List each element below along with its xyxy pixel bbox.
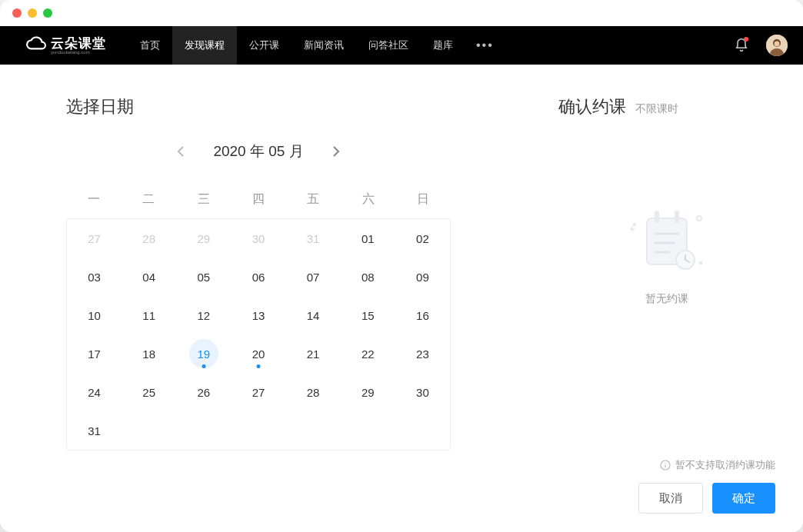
app-window: 云朵课堂 yunduoketang.com 首页发现课程公开课新闻资讯问答社区题… [0, 0, 803, 532]
nav-item[interactable]: 题库 [421, 26, 465, 65]
cancel-unsupported-notice: 暂不支持取消约课功能 [558, 458, 775, 472]
calendar-day[interactable]: 24 [67, 373, 122, 411]
calendar-day[interactable]: 07 [286, 258, 341, 296]
calendar-day: 31 [286, 219, 341, 258]
svg-point-6 [699, 261, 703, 265]
calendar-day[interactable]: 10 [67, 296, 122, 334]
chevron-right-icon [332, 145, 340, 158]
confirm-booking-title: 确认约课 [558, 95, 626, 118]
calendar-weekday: 日 [396, 180, 451, 218]
nav-item[interactable]: 发现课程 [172, 26, 237, 65]
calendar-day[interactable]: 04 [122, 258, 176, 296]
nav-right [734, 35, 788, 56]
calendar-day[interactable]: 08 [341, 258, 395, 296]
close-window-icon[interactable] [12, 8, 22, 18]
notifications-button[interactable] [734, 38, 749, 53]
calendar-month-title: 2020 年 05 月 [213, 141, 303, 161]
calendar-day[interactable]: 06 [231, 258, 285, 296]
navbar: 云朵课堂 yunduoketang.com 首页发现课程公开课新闻资讯问答社区题… [0, 26, 803, 65]
nav-items: 首页发现课程公开课新闻资讯问答社区题库 [128, 26, 465, 65]
calendar-day[interactable]: 23 [395, 334, 450, 373]
calendar-day: 30 [231, 219, 285, 258]
event-dot-icon [256, 364, 260, 368]
calendar-body: 2728293031010203040506070809101112131415… [66, 218, 451, 451]
chevron-left-icon [177, 145, 185, 158]
calendar-day: 28 [122, 219, 176, 258]
calendar-day[interactable]: 16 [395, 296, 450, 334]
calendar-day[interactable]: 11 [122, 296, 176, 334]
svg-point-4 [633, 223, 637, 227]
calendar-day[interactable]: 25 [122, 373, 176, 411]
avatar[interactable] [766, 35, 788, 56]
svg-rect-8 [655, 211, 659, 223]
calendar-day[interactable]: 21 [286, 334, 341, 373]
calendar-day[interactable]: 18 [122, 334, 176, 373]
info-icon [660, 460, 671, 470]
nav-item[interactable]: 新闻资讯 [292, 26, 356, 65]
empty-booking-illustration [621, 203, 713, 280]
nav-item[interactable]: 问答社区 [356, 26, 421, 65]
action-buttons: 取消 确定 [558, 483, 775, 514]
calendar: 2020 年 05 月 一二三四五六日 27282930310102030405… [66, 141, 451, 451]
calendar-header: 2020 年 05 月 [66, 141, 451, 161]
notification-dot-icon [744, 37, 748, 42]
notice-text: 暂不支持取消约课功能 [675, 458, 775, 472]
calendar-weekday: 五 [286, 180, 341, 218]
calendar-weekday: 一 [66, 180, 121, 218]
calendar-day[interactable]: 22 [341, 334, 395, 373]
right-footer: 暂不支持取消约课功能 取消 确定 [558, 458, 775, 514]
calendar-day: 27 [67, 219, 122, 258]
nav-more-icon[interactable]: ••• [465, 38, 505, 52]
calendar-prev-button[interactable] [172, 142, 190, 161]
calendar-day[interactable]: 14 [286, 296, 341, 334]
calendar-day[interactable]: 15 [341, 296, 395, 334]
calendar-weekday: 六 [341, 180, 395, 218]
calendar-day[interactable]: 30 [395, 373, 450, 411]
calendar-day[interactable]: 29 [341, 373, 395, 411]
svg-point-5 [697, 216, 701, 221]
calendar-day[interactable]: 03 [67, 258, 122, 296]
calendar-day: 29 [176, 219, 231, 258]
event-dot-icon [202, 364, 205, 368]
calendar-day[interactable]: 31 [67, 411, 122, 450]
calendar-day[interactable]: 28 [286, 373, 341, 411]
calendar-day[interactable]: 13 [231, 296, 285, 334]
calendar-day[interactable]: 02 [395, 219, 450, 258]
calendar-day[interactable]: 17 [67, 334, 122, 373]
content: 选择日期 2020 年 05 月 一二三四五六日 272829303101020… [0, 65, 803, 532]
select-date-title: 选择日期 [66, 95, 531, 118]
calendar-day[interactable]: 19 [176, 334, 231, 373]
calendar-day[interactable]: 05 [176, 258, 231, 296]
svg-point-3 [775, 42, 780, 47]
booking-subtitle: 不限课时 [635, 102, 678, 116]
calendar-day[interactable]: 09 [395, 258, 450, 296]
maximize-window-icon[interactable] [43, 8, 52, 18]
calendar-day[interactable]: 01 [341, 219, 395, 258]
calendar-next-button[interactable] [327, 142, 345, 161]
nav-item[interactable]: 公开课 [237, 26, 292, 65]
calendar-weekday: 三 [176, 180, 231, 218]
logo[interactable]: 云朵课堂 yunduoketang.com [26, 35, 106, 55]
confirm-button[interactable]: 确定 [712, 483, 775, 514]
calendar-day[interactable]: 27 [231, 373, 285, 411]
cancel-button[interactable]: 取消 [638, 483, 703, 514]
cloud-logo-icon [26, 35, 46, 55]
left-panel: 选择日期 2020 年 05 月 一二三四五六日 272829303101020… [0, 65, 531, 532]
titlebar [0, 0, 803, 26]
right-panel: 确认约课 不限课时 [531, 65, 803, 532]
svg-rect-9 [675, 211, 679, 223]
calendar-weekday: 四 [231, 180, 285, 218]
empty-state: 暂无约课 [558, 134, 775, 458]
empty-booking-text: 暂无约课 [645, 292, 688, 306]
calendar-weekday: 二 [121, 180, 175, 218]
calendar-day[interactable]: 20 [231, 334, 285, 373]
calendar-day[interactable]: 26 [176, 373, 231, 411]
avatar-image [766, 35, 788, 56]
nav-item[interactable]: 首页 [128, 26, 172, 65]
calendar-weekdays: 一二三四五六日 [66, 180, 451, 218]
minimize-window-icon[interactable] [28, 8, 37, 18]
calendar-day[interactable]: 12 [176, 296, 231, 334]
logo-text: 云朵课堂 [51, 37, 106, 50]
right-header: 确认约课 不限课时 [558, 95, 775, 118]
